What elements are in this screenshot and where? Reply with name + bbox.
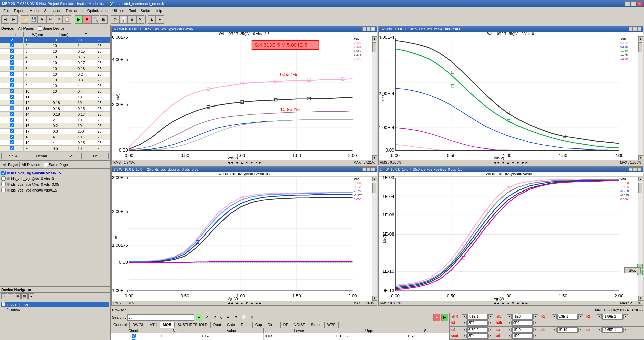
chart-1-4-min[interactable]: ─ <box>629 167 633 171</box>
k3-left[interactable]: ◄ <box>462 321 467 325</box>
zoom-btn[interactable]: 🔍 <box>91 15 99 24</box>
tab-cap[interactable]: Cap <box>253 322 265 328</box>
menu-optimization[interactable]: Optimization <box>85 8 110 13</box>
k1-input[interactable] <box>557 314 578 320</box>
menu-extraction[interactable]: Extraction <box>64 8 85 13</box>
device-row-9[interactable]: 9 10 4 25 <box>0 83 110 89</box>
nav-first-1[interactable]: ◄◄ <box>226 161 234 164</box>
page-checkbox-3[interactable] <box>1 182 6 186</box>
nav-prev-4[interactable]: ◄ <box>501 301 505 305</box>
ua-left[interactable]: ◄ <box>507 328 512 332</box>
nav-first-2[interactable]: ◄◄ <box>492 161 500 164</box>
nav-first-4[interactable]: ◄◄ <box>492 301 500 305</box>
param-stop-btn[interactable]: ■ <box>433 314 440 321</box>
nav-down-2[interactable]: ▼ <box>511 161 515 164</box>
uc-right[interactable]: ► <box>623 328 628 332</box>
scrollbar-up-1-4[interactable]: ▲ <box>638 177 643 181</box>
device-row-3[interactable]: 3 10 0.15 25 <box>0 49 110 54</box>
row-check-8[interactable] <box>10 78 14 82</box>
param-row-0[interactable]: u0 0.067 0.0335 0.1005 1E-3 <box>111 333 449 339</box>
device-row-6[interactable]: 6 10 0.18 25 <box>0 66 110 72</box>
device-row-5[interactable]: 5 10 0.17 25 <box>0 60 110 66</box>
open-btn[interactable]: 📁 <box>21 15 29 24</box>
dev-nav-btn3[interactable]: ⊞ <box>15 293 21 299</box>
save-btn[interactable]: 💾 <box>30 15 38 24</box>
row-check-4[interactable] <box>10 55 14 59</box>
vfb-input[interactable] <box>512 314 533 320</box>
device-row-2[interactable]: 2 10 1 25 <box>0 43 110 49</box>
device-row-14[interactable]: 14 0.18 0.17 25 <box>0 112 110 117</box>
dev-nav-btn2[interactable]: - <box>8 293 14 299</box>
menu-script[interactable]: Script <box>139 8 152 13</box>
tab-diode[interactable]: Diode <box>265 322 281 328</box>
param-export-btn[interactable]: ⬆ <box>233 314 239 321</box>
tab-general[interactable]: General <box>111 322 130 328</box>
page-item-4[interactable]: ids_vgs_vbs@vs=0 vds=1.5 <box>1 187 109 193</box>
page-checkbox-2[interactable] <box>1 176 6 181</box>
forward-btn[interactable]: ► <box>10 15 18 24</box>
copy-btn[interactable]: ⎘ <box>55 15 63 24</box>
chart-1-4-close[interactable]: ✕ <box>637 167 641 171</box>
device-row-18[interactable]: 18 4 10 25 <box>0 134 110 140</box>
row-check-14[interactable] <box>10 112 14 116</box>
row-check-18[interactable] <box>10 135 14 139</box>
run-btn[interactable]: ▶ <box>75 15 83 24</box>
nav-up-2[interactable]: ▲ <box>506 161 510 164</box>
param-reset-btn[interactable]: ↺ <box>212 314 218 321</box>
ub-right[interactable]: ► <box>578 328 583 332</box>
tab-wpe[interactable]: WPE <box>325 322 339 328</box>
nav-last-1[interactable]: ►► <box>254 161 262 164</box>
nav-last-2[interactable]: ►► <box>521 161 529 164</box>
chart-1-1-max[interactable]: □ <box>367 27 371 31</box>
tab-dwdl[interactable]: DW/DL <box>130 322 147 328</box>
nav-down-3[interactable]: ▼ <box>245 301 249 305</box>
k1-right[interactable]: ► <box>578 314 583 319</box>
k3b-input[interactable] <box>512 320 533 326</box>
ub-left[interactable]: ◄ <box>552 328 557 332</box>
param-run-btn[interactable]: ▶ <box>196 314 202 321</box>
row-check-5[interactable] <box>10 60 14 65</box>
chart-1-2-max[interactable]: □ <box>633 27 637 31</box>
nav-up-1[interactable]: ▲ <box>240 161 244 164</box>
uc-input[interactable] <box>602 327 623 333</box>
nav-prev-3[interactable]: ◄ <box>235 301 239 305</box>
nav-up-3[interactable]: ▲ <box>240 301 244 305</box>
device-row-8[interactable]: 8 10 0.3 25 <box>0 77 110 83</box>
param-row-1[interactable]: ua 1E-9 5E-10 1.5E-9 1E-10 <box>111 339 449 340</box>
vsat-input[interactable] <box>467 333 488 339</box>
param-graph-btn[interactable]: 📊 <box>241 314 247 321</box>
chart-1-2-scrollbar[interactable]: ▲ ▼ <box>638 36 643 160</box>
param-check-btn[interactable]: ✓ <box>204 314 210 321</box>
page-item-3[interactable]: ids_vgs_vbs@vs=0 vds=0.05 <box>1 181 109 187</box>
g-sel-btn[interactable]: G_Sel <box>56 153 82 159</box>
nav-next-2[interactable]: ► <box>516 161 521 164</box>
page-checkbox-1[interactable] <box>1 171 6 175</box>
k3b-left[interactable]: ◄ <box>507 321 512 325</box>
a0-right[interactable]: ► <box>533 334 538 338</box>
all-pages-btn[interactable]: All Pages <box>16 26 36 31</box>
chart-1-4-area[interactable]: 1E-03 1E-04 1E-06 1E-08 1E-10 9E-13 0.00… <box>395 178 619 291</box>
menu-simulation[interactable]: Simulation <box>42 8 63 13</box>
scrollbar-thumb-1-2[interactable] <box>638 42 642 52</box>
row-check-10[interactable] <box>10 89 14 93</box>
tab-subthreshold[interactable]: SUBTHRESHOLD <box>175 322 210 328</box>
device-row-7[interactable]: 7 10 0.2 25 <box>0 72 110 77</box>
k3b-right[interactable]: ► <box>533 321 538 325</box>
nav-prev-2[interactable]: ◄ <box>501 161 505 164</box>
all-devices-btn[interactable]: All Devices <box>19 162 42 167</box>
scrollbar-down-1-3[interactable]: ▼ <box>372 296 377 301</box>
scrollbar-up-1-1[interactable]: ▲ <box>372 36 377 41</box>
scrollbar-up-1-3[interactable]: ▲ <box>372 177 377 181</box>
nav-first-3[interactable]: ◄◄ <box>226 301 234 305</box>
tab-temp[interactable]: Temp <box>238 322 253 328</box>
param-next-btn[interactable]: ► <box>225 314 231 321</box>
device-row-19[interactable]: 19 4 0.15 25 <box>0 140 110 146</box>
nav-last-3[interactable]: ►► <box>254 301 262 305</box>
tab-mob[interactable]: MOB <box>160 322 175 328</box>
menu-model[interactable]: Model <box>28 8 42 13</box>
k1-left[interactable]: ◄ <box>552 314 557 319</box>
nav-next-3[interactable]: ► <box>249 301 254 305</box>
device-row-16[interactable]: 16 0.2 10 25 <box>0 123 110 129</box>
tab-vth[interactable]: VTH <box>147 322 160 328</box>
page-item-1[interactable]: ids_vds_vgs@vs=0 vbs=-1.5 <box>1 170 109 176</box>
